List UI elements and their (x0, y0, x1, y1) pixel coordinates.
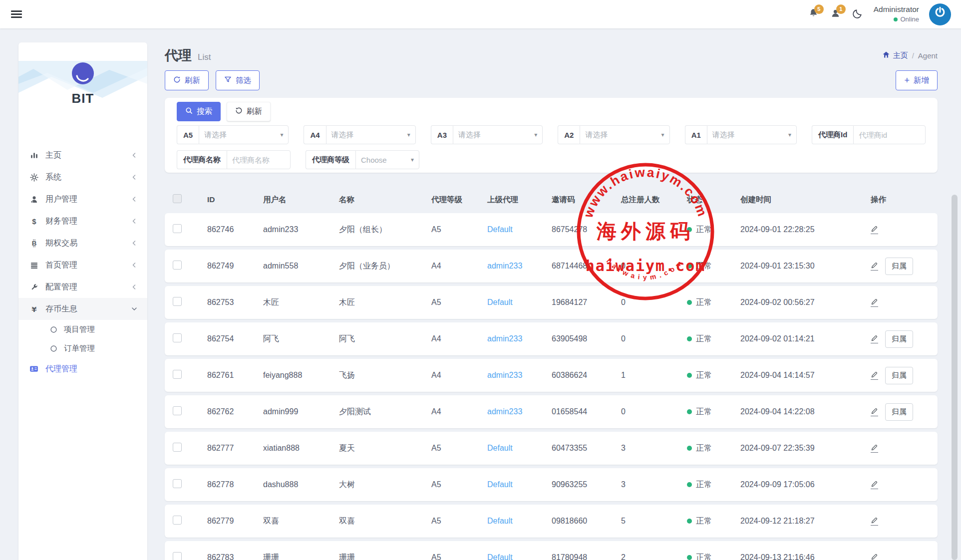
cell-id: 862749 (207, 262, 263, 271)
edit-button[interactable] (871, 517, 878, 526)
sidebar-item-4[interactable]: $财务管理 (18, 210, 147, 232)
cell-registrations: 0 (621, 262, 687, 271)
level-filter-select-a4[interactable]: 请选择▾ (326, 125, 416, 144)
refresh-icon (173, 76, 181, 85)
breadcrumb-separator: / (912, 51, 914, 60)
cell-agent-level: A4 (431, 334, 487, 343)
sidebar-item-9[interactable]: 项目管理 (18, 320, 147, 339)
refresh-button[interactable]: 刷新 (165, 70, 209, 90)
user-icon (29, 195, 39, 204)
level-filter-select-a1[interactable]: 请选择▾ (707, 125, 797, 144)
row-checkbox[interactable] (173, 479, 182, 488)
level-filter-select-a3[interactable]: 请选择▾ (453, 125, 543, 144)
agent-id-input[interactable] (853, 125, 926, 144)
level-filter-group-a2: A2请选择▾ (558, 125, 669, 144)
breadcrumb-home[interactable]: 主页 (882, 51, 908, 60)
select-all-checkbox[interactable] (173, 194, 182, 203)
edit-button[interactable] (871, 225, 878, 234)
sidebar-item-label: 配置管理 (45, 282, 131, 292)
edit-button[interactable] (871, 444, 878, 453)
row-checkbox[interactable] (173, 516, 182, 525)
cell-created-time: 2024-09-02 01:14:21 (740, 334, 871, 343)
sidebar-item-3[interactable]: 用户管理 (18, 188, 147, 210)
cell-parent-agent-link[interactable]: Default (487, 553, 552, 560)
row-checkbox[interactable] (173, 370, 182, 379)
bitcoin-icon: B (29, 239, 39, 248)
cell-created-time: 2024-09-12 21:18:27 (740, 517, 871, 526)
sidebar-item-11[interactable]: 代理管理 (18, 358, 147, 380)
sidebar-menu: 主页系统用户管理$财务管理B期权交易首页管理配置管理¥存币生息项目管理订单管理代… (18, 144, 147, 380)
row-checkbox[interactable] (173, 297, 182, 306)
sidebar-item-1[interactable]: 主页 (18, 144, 147, 166)
agent-name-input[interactable] (227, 150, 291, 169)
chart-icon (29, 151, 39, 160)
edit-button[interactable] (871, 553, 878, 560)
cell-parent-agent-link[interactable]: Default (487, 480, 552, 489)
search-button[interactable]: 搜索 (177, 102, 221, 121)
edit-button[interactable] (871, 262, 878, 271)
assign-button[interactable]: 归属 (885, 403, 913, 421)
reset-button[interactable]: 刷新 (227, 102, 271, 121)
sidebar-item-6[interactable]: 首页管理 (18, 254, 147, 276)
level-filter-select-a2[interactable]: 请选择▾ (580, 125, 669, 144)
edit-button[interactable] (871, 407, 878, 416)
agent-level-select[interactable]: Choose ▾ (355, 150, 419, 169)
sidebar-item-8[interactable]: ¥存币生息 (18, 298, 147, 320)
edit-button[interactable] (871, 480, 878, 489)
row-checkbox[interactable] (173, 406, 182, 415)
cell-parent-agent-link[interactable]: admin233 (487, 334, 552, 343)
hamburger-menu-icon[interactable] (11, 9, 22, 19)
user-avatar[interactable] (929, 3, 951, 25)
scrollbar-thumb[interactable] (952, 195, 958, 560)
status-dot (687, 373, 692, 378)
app-canvas: 5 1 Administrator Online (0, 0, 961, 560)
filter-button[interactable]: 筛选 (216, 70, 260, 90)
yen-icon: ¥ (29, 305, 39, 313)
assign-button[interactable]: 归属 (885, 258, 913, 275)
level-filter-select-a5[interactable]: 请选择▾ (199, 125, 289, 144)
column-header: 总注册人数 (621, 195, 687, 205)
edit-button[interactable] (871, 298, 878, 307)
cell-parent-agent-link[interactable]: Default (487, 225, 552, 234)
row-checkbox[interactable] (173, 443, 182, 452)
status-dot (687, 227, 692, 232)
cell-username: feiyang888 (263, 371, 339, 380)
level-filter-label: A1 (685, 125, 707, 144)
chevron-down-icon: ▾ (411, 156, 414, 163)
cell-parent-agent-link[interactable]: Default (487, 298, 552, 307)
edit-button[interactable] (871, 371, 878, 380)
cell-agent-level: A5 (431, 225, 487, 234)
edit-button[interactable] (871, 334, 878, 343)
cell-parent-agent-link[interactable]: Default (487, 517, 552, 526)
cell-parent-agent-link[interactable]: admin233 (487, 262, 552, 271)
column-header: ID (207, 195, 263, 204)
assign-button[interactable]: 归属 (885, 367, 913, 384)
messages-button[interactable]: 1 (830, 8, 842, 20)
cell-parent-agent-link[interactable]: Default (487, 444, 552, 453)
table-body: 862746 admin233 夕阳（组长） A5 Default 867542… (165, 213, 938, 560)
pencil-icon (871, 444, 878, 451)
sidebar-item-label: 主页 (45, 150, 131, 161)
status-dot (687, 482, 692, 487)
cell-parent-agent-link[interactable]: admin233 (487, 407, 552, 416)
sidebar-item-7[interactable]: 配置管理 (18, 276, 147, 298)
cell-parent-agent-link[interactable]: admin233 (487, 371, 552, 380)
notifications-button[interactable]: 5 (808, 8, 820, 20)
cell-status: 正常 (687, 334, 740, 344)
cell-invite-code: 01658544 (552, 407, 621, 416)
assign-button[interactable]: 归属 (885, 330, 913, 348)
cell-name: 飞扬 (339, 370, 431, 381)
status-dot (687, 264, 692, 269)
row-checkbox[interactable] (173, 224, 182, 233)
sidebar-item-2[interactable]: 系统 (18, 166, 147, 188)
add-button[interactable]: + 新增 (896, 70, 938, 90)
sidebar-item-10[interactable]: 订单管理 (18, 339, 147, 358)
pencil-icon (871, 225, 878, 233)
row-checkbox[interactable] (173, 552, 182, 560)
dark-mode-button[interactable] (852, 8, 864, 20)
sidebar-item-5[interactable]: B期权交易 (18, 232, 147, 254)
row-checkbox[interactable] (173, 333, 182, 342)
pencil-icon (871, 298, 878, 305)
row-checkbox[interactable] (173, 261, 182, 270)
user-block[interactable]: Administrator Online (874, 4, 919, 23)
